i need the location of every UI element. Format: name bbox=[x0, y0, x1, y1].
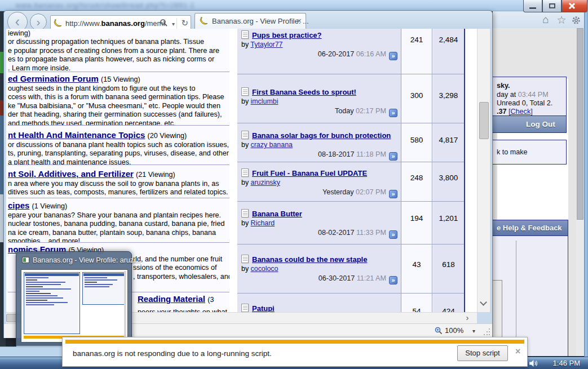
background-window-title: www.bananas.org/forum/showthread.php?t=2… bbox=[16, 2, 195, 10]
replies-count: 241 bbox=[401, 29, 432, 74]
forum-link[interactable]: nt Health And Maintenance Topics bbox=[8, 130, 145, 140]
scroll-right-button[interactable]: › bbox=[459, 313, 475, 324]
minimize-button[interactable] bbox=[523, 0, 542, 12]
gear-icon[interactable] bbox=[569, 15, 583, 28]
tab-close-icon[interactable]: × bbox=[297, 16, 302, 25]
last-post-icon[interactable]: » bbox=[389, 152, 397, 161]
thread-title-link[interactable]: First Banana Seeds to sprout! bbox=[252, 88, 356, 96]
mini-scrollbar bbox=[124, 271, 126, 342]
thread-title-link[interactable]: Banana solar bags for bunch protection bbox=[252, 131, 391, 140]
mini-content-line bbox=[26, 288, 71, 290]
notification-accent-bar bbox=[65, 340, 524, 344]
views-count: 3,800 bbox=[433, 162, 464, 201]
forum-viewing: iewing) bbox=[8, 29, 229, 38]
thread-row: Fruit Fuel - Banana Fuel UPDATE by aruzi… bbox=[237, 162, 464, 202]
thread-author-link[interactable]: Tytaylor77 bbox=[250, 41, 282, 48]
thread-page-icon bbox=[241, 304, 249, 312]
views-count: 1,201 bbox=[433, 202, 464, 244]
thread-title-link[interactable]: Fruit Fuel - Banana Fuel UPDATE bbox=[252, 169, 367, 177]
last-post-icon[interactable]: » bbox=[389, 230, 397, 239]
thread-row: First Banana Seeds to sprout! by imclumb… bbox=[237, 74, 464, 123]
views-count: 618 bbox=[433, 244, 464, 293]
mini-content-line bbox=[26, 291, 39, 292]
stop-script-button[interactable]: Stop script bbox=[457, 345, 508, 361]
thread-row: Bananas could be the new staple by cocol… bbox=[237, 244, 464, 294]
script-notification: bananas.org is not responding due to a l… bbox=[62, 337, 528, 367]
thread-author-link[interactable]: Richard bbox=[251, 219, 275, 227]
background-browser-chrome: ⌂ ☆ bbox=[493, 11, 584, 28]
home-icon[interactable]: ⌂ bbox=[539, 14, 552, 26]
taskbar-left-strip bbox=[0, 346, 63, 357]
welcome-panel: sky. day at 03:44 PM Unread 0, Total 2. … bbox=[493, 77, 567, 116]
refresh-icon[interactable]: ↻ bbox=[181, 18, 188, 28]
background-page: sky. day at 03:44 PM Unread 0, Total 2. … bbox=[493, 28, 576, 356]
star-icon[interactable]: ☆ bbox=[555, 14, 568, 26]
thread-title-link[interactable]: Bananas could be the new staple bbox=[252, 255, 367, 264]
mini-content-line bbox=[85, 282, 97, 283]
speaker-icon[interactable] bbox=[529, 359, 538, 369]
thread-row: Pups best practice? by Tytaylor77 06-20-… bbox=[237, 29, 464, 74]
forum-link[interactable]: Reading Material bbox=[138, 294, 205, 304]
thread-row: Banana solar bags for bunch protection b… bbox=[237, 123, 464, 162]
thread-page-icon bbox=[241, 255, 249, 263]
back-icon: ‹ bbox=[15, 14, 20, 29]
thread-row: Banana Butter by Richard 08-02-2017 11:3… bbox=[237, 202, 464, 244]
zoom-control[interactable]: 100% ▾ bbox=[435, 326, 475, 335]
thread-author-link[interactable]: imclumbi bbox=[251, 97, 278, 105]
last-post-icon[interactable]: » bbox=[389, 190, 397, 198]
views-count: 2,484 bbox=[433, 29, 464, 74]
banana-favicon bbox=[54, 19, 63, 28]
replies-count: 54 bbox=[401, 294, 432, 312]
mini-content-line bbox=[85, 277, 107, 278]
notification-close-icon[interactable]: × bbox=[515, 346, 520, 357]
last-post-icon[interactable]: » bbox=[389, 52, 397, 60]
logout-button[interactable]: Log Out bbox=[526, 120, 555, 128]
chevron-down-icon[interactable]: ▾ bbox=[172, 21, 175, 27]
screen: www.bananas.org/forum/showthread.php?t=2… bbox=[0, 0, 588, 369]
background-scrollbar[interactable] bbox=[576, 28, 584, 356]
scroll-down-button[interactable] bbox=[478, 294, 490, 312]
thread-author-link[interactable]: cocoloco bbox=[251, 265, 278, 273]
mini-content-line bbox=[26, 300, 47, 301]
mini-content-line bbox=[26, 304, 54, 305]
last-visit-time: 03:44 PM bbox=[518, 91, 549, 99]
window-edge bbox=[584, 0, 588, 369]
maximize-button[interactable] bbox=[542, 0, 562, 12]
last-post-icon[interactable]: » bbox=[389, 276, 397, 284]
mini-content-line bbox=[26, 297, 63, 299]
thread-title-link[interactable]: Banana Butter bbox=[252, 210, 302, 218]
chevron-down-icon bbox=[480, 299, 487, 306]
mini-content-line bbox=[85, 286, 109, 287]
notification-message: bananas.org is not responding due to a l… bbox=[73, 349, 272, 358]
mini-content-line bbox=[26, 293, 51, 294]
url-text[interactable]: http://www.bananas.org/membe bbox=[65, 19, 165, 28]
mini-content-line bbox=[26, 295, 58, 296]
forum-link[interactable]: ed Germination Forum bbox=[8, 74, 99, 83]
thread-title-link[interactable]: Patupi bbox=[252, 304, 275, 312]
close-button[interactable] bbox=[562, 0, 587, 12]
mini-window-title: Bananas.org - View Profile: aruzi... bbox=[33, 256, 141, 264]
thread-title-link[interactable]: Pups best practice? bbox=[252, 31, 322, 39]
browser-tab[interactable]: Bananas.org - View Profile: ... × bbox=[194, 13, 306, 29]
address-bar[interactable]: http://www.bananas.org/membe ▾ ↻ bbox=[50, 15, 191, 30]
window-icon bbox=[22, 257, 29, 263]
background-scrollbar-thumb[interactable] bbox=[577, 28, 583, 220]
resize-grip[interactable] bbox=[483, 328, 490, 336]
search-icon[interactable] bbox=[160, 19, 168, 29]
logout-bar: Log Out bbox=[493, 116, 567, 133]
check-link[interactable]: [Check] bbox=[509, 108, 533, 115]
thread-author-link[interactable]: crazy banana bbox=[251, 141, 293, 149]
forum-link[interactable]: nt Soil, Additives, and Fertilizer bbox=[8, 169, 134, 179]
last-post-icon[interactable]: » bbox=[389, 109, 397, 117]
vertical-scrollbar[interactable] bbox=[477, 29, 490, 312]
mini-content-line bbox=[26, 302, 68, 303]
chevron-down-icon[interactable]: ▾ bbox=[472, 328, 475, 334]
mini-content-line bbox=[26, 279, 37, 281]
views-count: 424 bbox=[433, 294, 464, 312]
thread-page-icon bbox=[241, 87, 249, 96]
thread-author-link[interactable]: aruzinsky bbox=[251, 179, 280, 186]
clock[interactable]: 1:46 PM bbox=[553, 359, 580, 367]
vertical-scrollbar-thumb[interactable] bbox=[479, 102, 489, 139]
forum-link[interactable]: cipes bbox=[8, 201, 29, 210]
forward-button[interactable]: › bbox=[30, 14, 47, 30]
